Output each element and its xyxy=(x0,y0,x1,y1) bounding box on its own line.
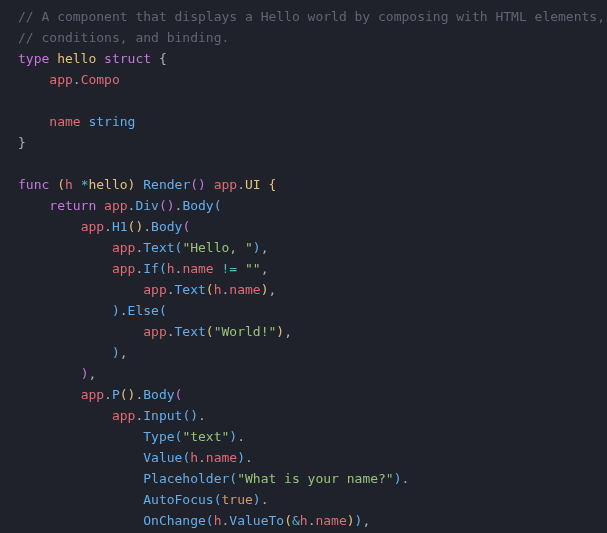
keyword: func xyxy=(18,177,49,192)
func-name: Render xyxy=(143,177,190,192)
keyword: type xyxy=(18,51,49,66)
string: "Hello, " xyxy=(182,240,252,255)
ident: app xyxy=(49,72,72,87)
code-block: // A component that displays a Hello wor… xyxy=(0,0,607,531)
keyword: return xyxy=(49,198,96,213)
type-name: hello xyxy=(57,51,96,66)
ident: Compo xyxy=(81,72,120,87)
keyword: struct xyxy=(104,51,151,66)
ident: name xyxy=(49,114,80,129)
string: "What is your name?" xyxy=(237,471,394,486)
comment-line: // conditions, and binding. xyxy=(18,30,229,45)
type-name: string xyxy=(88,114,135,129)
comment-line: // A component that displays a Hello wor… xyxy=(18,9,605,24)
string: "World!" xyxy=(214,324,277,339)
